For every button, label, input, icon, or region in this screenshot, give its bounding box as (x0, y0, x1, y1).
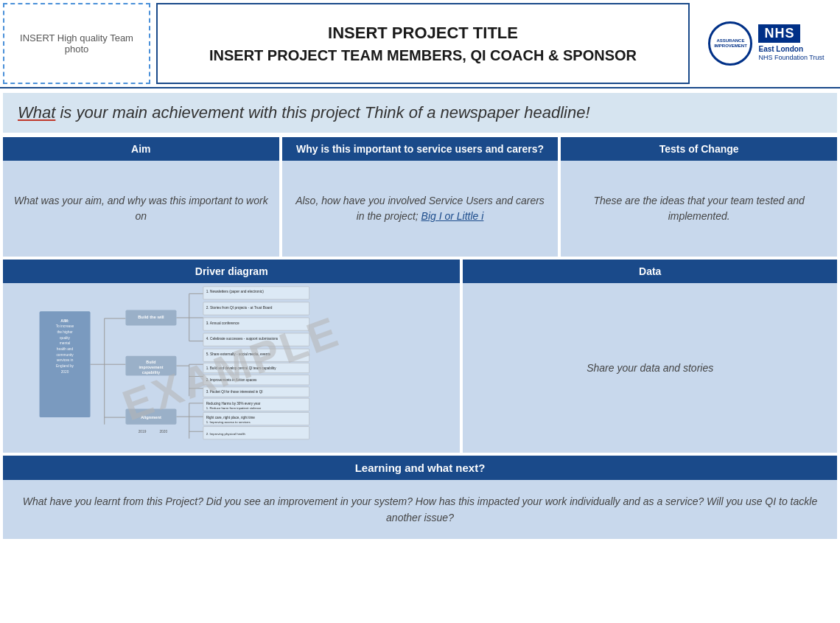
assurance-logo: ASSURANCEIMPROVEMENT (708, 21, 752, 66)
driver-diagram-card: Driver diagram AIM: To increase the high… (3, 260, 460, 453)
data-text: Share your data and stories (587, 361, 713, 376)
driver-diagram-body[interactable]: AIM: To increase the higher quality ment… (3, 283, 460, 453)
svg-text:community: community (56, 353, 74, 357)
nhs-trust-name: East London (758, 44, 803, 54)
svg-text:4. Celebrate successes - suppo: 4. Celebrate successes - support submiss… (206, 337, 279, 341)
logo-area: ASSURANCEIMPROVEMENT NHS East London NHS… (693, 0, 840, 87)
headline-what: What (18, 103, 55, 122)
svg-text:improvement: improvement (139, 365, 163, 369)
svg-text:1. Improving access to service: 1. Improving access to services (206, 420, 251, 424)
data-card: Data Share your data and stories (463, 260, 837, 453)
svg-text:Alignment: Alignment (141, 415, 161, 420)
svg-text:Build: Build (146, 360, 155, 364)
svg-text:services in: services in (57, 358, 74, 362)
nhs-trust-type: NHS Foundation Trust (758, 54, 824, 63)
aim-card: Aim What was your aim, and why was this … (3, 137, 279, 257)
svg-text:3. Annual conference: 3. Annual conference (206, 321, 239, 325)
driver-diagram-svg: AIM: To increase the higher quality ment… (3, 283, 460, 453)
svg-text:5. Share externally - social m: 5. Share externally - social media, even… (206, 352, 271, 356)
importance-header: Why is this important to service users a… (282, 137, 559, 161)
svg-text:2. Improving physical health: 2. Improving physical health (206, 432, 246, 436)
nhs-badge: NHS (758, 24, 800, 43)
svg-text:3. Packet QI for those interes: 3. Packet QI for those interested in QI (206, 391, 263, 394)
svg-text:Reducing Harms by 30% every ye: Reducing Harms by 30% every year (206, 402, 261, 406)
svg-text:2. Improvements in Action spac: 2. Improvements in Action spaces (206, 378, 257, 382)
learning-header: Learning and what next? (3, 456, 837, 480)
svg-text:AIM:: AIM: (60, 319, 69, 323)
learning-body[interactable]: What have you learnt from this Project? … (3, 480, 837, 539)
page-header: INSERT High quality Team photo INSERT PR… (0, 0, 840, 88)
tests-of-change-header: Tests of Change (561, 137, 837, 161)
svg-text:quality: quality (60, 336, 70, 340)
svg-text:Right care, right place, right: Right care, right place, right time (206, 416, 256, 420)
data-header: Data (463, 260, 837, 283)
svg-text:1. Reduce harm from inpatient : 1. Reduce harm from inpatient violence (206, 406, 262, 410)
svg-text:To increase: To increase (56, 324, 74, 328)
svg-text:the higher: the higher (57, 330, 73, 334)
bottom-section: Driver diagram AIM: To increase the high… (3, 260, 837, 453)
aim-text: What was your aim, and why was this impo… (12, 193, 270, 224)
svg-text:2. Stories from QI projects - : 2. Stories from QI projects - at Trust B… (206, 306, 273, 310)
tests-of-change-card: Tests of Change These are the ideas that… (561, 137, 837, 257)
aim-header: Aim (3, 137, 279, 161)
importance-text: Also, how have you involved Service User… (291, 193, 550, 224)
svg-text:2020: 2020 (61, 370, 69, 374)
learning-text: What have you learnt from this Project? … (18, 493, 822, 526)
svg-text:health and: health and (57, 347, 74, 351)
big-i-little-i-link[interactable]: Big I or Little i (421, 210, 484, 222)
svg-text:2019: 2019 (139, 430, 147, 434)
middle-section: Aim What was your aim, and why was this … (3, 137, 837, 257)
project-subtitle[interactable]: INSERT PROJECT TEAM MEMBERS, QI COACH & … (209, 47, 637, 64)
importance-body[interactable]: Also, how have you involved Service User… (282, 161, 559, 257)
project-title-box: INSERT PROJECT TITLE INSERT PROJECT TEAM… (156, 3, 690, 84)
svg-text:England by: England by (56, 364, 74, 368)
tests-of-change-text: These are the ideas that your team teste… (570, 193, 828, 224)
headline-text[interactable]: What is your main achievement with this … (18, 103, 590, 122)
svg-text:2020: 2020 (159, 430, 167, 434)
nhs-logo: NHS East London NHS Foundation Trust (758, 24, 824, 63)
svg-text:capability: capability (142, 370, 160, 375)
data-body[interactable]: Share your data and stories (463, 283, 837, 453)
svg-text:Build the will: Build the will (138, 315, 164, 319)
svg-text:1. Newsletters (paper and elec: 1. Newsletters (paper and electronic) (206, 290, 265, 293)
project-title[interactable]: INSERT PROJECT TITLE (328, 24, 518, 43)
tests-of-change-body[interactable]: These are the ideas that your team teste… (561, 161, 837, 257)
svg-text:1. Build and develop central Q: 1. Build and develop central QI team cap… (206, 366, 276, 370)
team-photo-placeholder[interactable]: INSERT High quality Team photo (3, 3, 150, 84)
driver-diagram-header: Driver diagram (3, 260, 460, 283)
learning-section: Learning and what next? What have you le… (3, 456, 837, 539)
headline-section: What is your main achievement with this … (3, 93, 837, 133)
importance-card: Why is this important to service users a… (282, 137, 559, 257)
aim-body[interactable]: What was your aim, and why was this impo… (3, 161, 279, 257)
svg-text:mental: mental (60, 341, 70, 345)
